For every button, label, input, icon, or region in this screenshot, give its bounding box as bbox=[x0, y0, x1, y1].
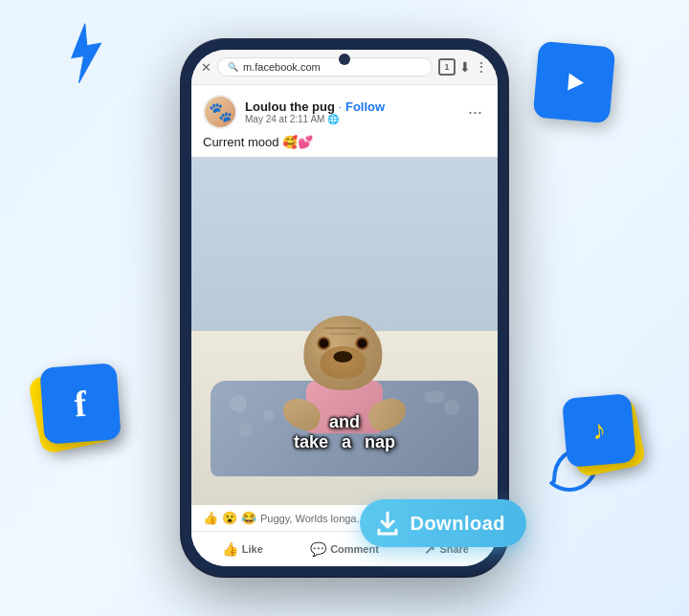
facebook-f-icon: f bbox=[73, 383, 88, 426]
post-header: 🐾 Loulou the pug · Follow May 24 at 2:11… bbox=[191, 85, 498, 135]
avatar-image: 🐾 bbox=[209, 100, 233, 123]
post-more-options[interactable]: ··· bbox=[464, 102, 486, 122]
reaction-text: Puggy, Worlds longa... bbox=[260, 513, 366, 524]
tab-count-badge[interactable]: 1 bbox=[438, 58, 456, 76]
reaction-emojis[interactable]: 👍 😮 😂 Puggy, Worlds longa... bbox=[203, 511, 366, 525]
like-reaction-icon: 👍 bbox=[203, 511, 218, 525]
facebook-post: 🐾 Loulou the pug · Follow May 24 at 2:11… bbox=[191, 85, 498, 566]
pug-eye-left bbox=[317, 337, 330, 350]
pug-wrinkle bbox=[329, 333, 356, 335]
browser-download-icon[interactable]: ⬇ bbox=[459, 59, 471, 75]
love-reaction-icon: 😮 bbox=[222, 511, 237, 525]
pug-eye-right bbox=[355, 337, 368, 350]
phone-screen: ✕ 🔍 m.facebook.com 1 ⬇ ⋮ 🐾 bbox=[191, 50, 498, 566]
blanket-spot bbox=[230, 395, 247, 412]
url-bar[interactable]: 🔍 m.facebook.com bbox=[217, 57, 433, 77]
post-image[interactable]: and take a nap bbox=[191, 157, 498, 505]
subtitle-word-take: take bbox=[294, 432, 328, 452]
browser-controls: 1 ⬇ ⋮ bbox=[438, 58, 488, 76]
facebook-card[interactable]: f bbox=[39, 363, 121, 444]
post-date: May 24 at 2:11 AM bbox=[245, 114, 324, 124]
like-button[interactable]: 👍 Like bbox=[191, 536, 294, 562]
download-arrow-icon bbox=[375, 511, 400, 536]
username-row: Loulou the pug · Follow bbox=[245, 99, 385, 114]
video-card[interactable] bbox=[533, 41, 616, 124]
subtitle-row-2: take a nap bbox=[294, 432, 395, 452]
subtitle-row-1: and bbox=[329, 412, 360, 432]
username[interactable]: Loulou the pug bbox=[245, 99, 335, 114]
pug-snout bbox=[320, 346, 366, 379]
comment-icon: 💬 bbox=[310, 541, 326, 557]
like-label: Like bbox=[242, 543, 263, 555]
lock-icon: 🔍 bbox=[228, 62, 238, 72]
music-note-icon: ♪ bbox=[591, 414, 608, 446]
phone-notch bbox=[339, 54, 350, 65]
download-icon-container bbox=[375, 511, 400, 536]
lightning-decoration bbox=[51, 14, 121, 100]
phone-frame: ✕ 🔍 m.facebook.com 1 ⬇ ⋮ 🐾 bbox=[182, 40, 507, 576]
download-label: Download bbox=[410, 513, 505, 535]
browser-menu-icon[interactable]: ⋮ bbox=[475, 59, 488, 75]
svg-marker-0 bbox=[567, 74, 585, 92]
music-card[interactable]: ♪ bbox=[562, 393, 636, 468]
pug-nose bbox=[333, 351, 352, 363]
subtitle-word-and: and bbox=[329, 412, 360, 432]
comment-label: Comment bbox=[330, 543, 379, 555]
download-button[interactable]: Download bbox=[360, 499, 526, 547]
follow-button[interactable]: Follow bbox=[345, 99, 385, 114]
subtitle-word-a: a bbox=[342, 432, 351, 452]
post-caption: Current mood 🥰💕 bbox=[191, 135, 498, 157]
post-globe-icon: 🌐 bbox=[327, 114, 339, 124]
phone-body: ✕ 🔍 m.facebook.com 1 ⬇ ⋮ 🐾 bbox=[182, 40, 507, 576]
browser-close-button[interactable]: ✕ bbox=[201, 60, 211, 75]
subtitle-word-nap: nap bbox=[365, 432, 395, 452]
separator-dot: · bbox=[339, 101, 342, 113]
blanket-spot bbox=[424, 390, 445, 404]
user-details: Loulou the pug · Follow May 24 at 2:11 A… bbox=[245, 99, 385, 124]
like-icon: 👍 bbox=[222, 541, 238, 557]
avatar[interactable]: 🐾 bbox=[203, 95, 237, 129]
video-subtitle: and take a nap bbox=[191, 412, 498, 452]
url-text: m.facebook.com bbox=[243, 61, 321, 73]
pug-head bbox=[303, 316, 382, 390]
pug-scene: and take a nap bbox=[191, 157, 498, 505]
post-meta: May 24 at 2:11 AM 🌐 bbox=[245, 114, 385, 124]
pug-wrinkle bbox=[323, 327, 362, 329]
haha-reaction-icon: 😂 bbox=[241, 511, 256, 525]
post-user-info: 🐾 Loulou the pug · Follow May 24 at 2:11… bbox=[203, 95, 385, 129]
